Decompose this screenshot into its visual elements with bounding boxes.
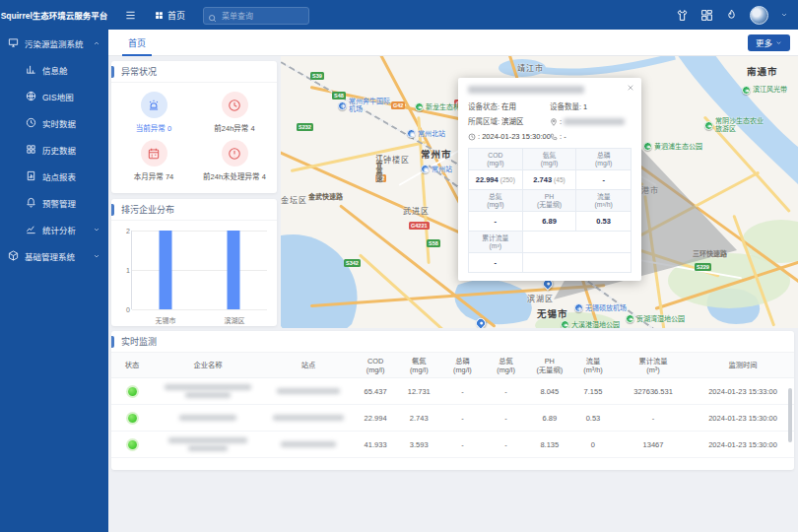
road-badge: S58 <box>427 239 440 247</box>
bar-binhu <box>227 231 239 309</box>
hamburger-menu-icon[interactable] <box>124 10 137 21</box>
road-badge: S342 <box>344 259 361 267</box>
sidebar-item-site-report[interactable]: 站点报表 <box>0 163 108 189</box>
metric-header: 总磷(mg/l) <box>576 149 631 170</box>
phone-icon <box>550 133 558 141</box>
metric-header: 流量(m³/h) <box>576 190 631 212</box>
gridline <box>132 309 267 310</box>
abnormal-status-card: 异常状况 当前异常 0 前24h异常 4 本月异常 74 前24h未处理异常 4 <box>111 61 277 193</box>
search-input[interactable] <box>203 7 309 25</box>
leaf-poi-icon <box>704 121 713 130</box>
map-label-district: 钟楼区 <box>383 154 410 165</box>
airport-poi-icon <box>574 303 583 312</box>
map-label-poi-air: 常州奔牛国际机场 <box>338 98 395 113</box>
gridline <box>132 231 267 232</box>
gridline <box>132 270 267 271</box>
table-row[interactable]: 65.437 12.731 - - 8.045 7.155 327636.531… <box>111 378 794 405</box>
map-label-poi-green: 贡湖湾湿地公园 <box>626 313 685 323</box>
stat-current-abnormal[interactable]: 当前异常 0 <box>113 87 194 135</box>
more-button[interactable]: 更多 <box>748 34 790 51</box>
avatar[interactable] <box>750 6 768 25</box>
table-header: 状态 企业名称 站点 COD(mg/l) 氨氮(mg/l) 总磷(mg/l) 总… <box>111 353 794 378</box>
enterprise-distribution-card: 排污企业分布 2 1 0 无锡市 滨湖区 <box>111 199 277 326</box>
monitor-system-icon <box>8 37 19 48</box>
realtime-monitor-card: 实时监测 状态 企业名称 站点 COD(mg/l) 氨氮(mg/l) 总磷(mg… <box>111 331 794 470</box>
metric-value: 2.743(45) <box>523 170 577 190</box>
sidebar-item-alert-manage[interactable]: 预警管理 <box>0 189 108 216</box>
app-window: Squirrel生态环境云服务平台 污染源监测系统 信息舱 GIS地图 实时数据 <box>0 0 798 532</box>
bar-wuxi <box>160 231 172 309</box>
stat-month-abnormal[interactable]: 本月异常 74 <box>113 135 194 183</box>
map-label-district: 港市 <box>641 184 659 195</box>
road-badge: G4221 <box>409 222 430 230</box>
sidebar-section-pollution-monitor[interactable]: 污染源监测系统 <box>0 30 108 56</box>
map-label-poi-green: 常阴沙生态农业旅游区 <box>704 117 769 133</box>
metric-value: 22.994(250) <box>469 170 523 190</box>
sidebar-item-stats-analysis[interactable]: 统计分析 <box>0 216 108 242</box>
road-badge: S232 <box>297 123 313 131</box>
leaf-poi-icon <box>415 102 424 111</box>
x-label: 无锡市 <box>156 315 176 325</box>
sidebar-item-realtime-data[interactable]: 实时数据 <box>0 109 108 136</box>
sidebar-section-base-manage[interactable]: 基础管理系统 <box>0 242 108 269</box>
map-label-district: 靖江市 <box>517 62 544 73</box>
scrollbar-thumb[interactable] <box>788 388 792 442</box>
train-station-poi-icon <box>421 165 430 173</box>
status-dot-green <box>128 414 137 423</box>
train-station-poi-icon <box>407 129 416 138</box>
gis-map-icon <box>26 91 36 101</box>
stat-24h-unhandled[interactable]: 前24h未处理异常 4 <box>194 135 275 183</box>
y-tick: 0 <box>118 306 130 313</box>
leaf-poi-icon <box>561 320 569 329</box>
base-system-icon <box>8 250 19 261</box>
sidebar-item-info-cabin[interactable]: 信息舱 <box>0 56 108 83</box>
enterprise-name-redacted <box>153 414 263 423</box>
stat-24h-abnormal[interactable]: 前24h异常 4 <box>194 87 275 135</box>
app-logo-text: Squirrel生态环境云服务平台 <box>1 9 108 21</box>
station-name-redacted <box>468 86 632 94</box>
enterprise-name-redacted <box>153 436 263 453</box>
bar-chart: 2 1 0 无锡市 滨湖区 <box>131 227 269 325</box>
clock-icon <box>468 133 476 141</box>
phone: : - <box>550 129 632 144</box>
table-row[interactable]: 22.994 2.743 - - 6.89 0.53 - 2024-01-23 … <box>111 405 794 432</box>
map-label-road: 三环快速路 <box>693 251 727 254</box>
y-tick: 2 <box>118 228 130 234</box>
close-icon[interactable] <box>627 84 634 92</box>
flame-icon[interactable] <box>725 9 738 22</box>
chart-title: 排污企业分布 <box>111 199 277 221</box>
device-status: 设备状态:在用 <box>468 100 550 114</box>
map-label-district: 武进区 <box>403 205 430 216</box>
gis-map[interactable]: 靖江市南通市滨江风光带常阴沙生态农业旅游区黄泗浦生态公园港市常州奔牛国际机场新龙… <box>281 56 798 328</box>
layout-icon[interactable] <box>700 9 713 22</box>
sidebar: Squirrel生态环境云服务平台 污染源监测系统 信息舱 GIS地图 实时数据 <box>0 0 108 532</box>
map-label-city: 常州市 <box>421 147 452 161</box>
road-badge: S39 <box>310 72 324 80</box>
table-row[interactable]: 41.933 3.593 - - 8.135 0 13467 2024-01-2… <box>111 432 794 458</box>
pin-icon <box>550 118 558 126</box>
metric-header: 总氮(mg/l) <box>469 190 523 212</box>
clock-alert-icon <box>222 92 248 118</box>
theme-shirt-icon[interactable] <box>676 9 689 22</box>
map-label-roadv: 江宜高速 <box>373 155 383 182</box>
map-label-poi-air: 无锡硕放机场 <box>574 302 627 312</box>
map-label-city: 南通市 <box>747 64 778 78</box>
sidebar-item-gis-map[interactable]: GIS地图 <box>0 83 108 109</box>
abnormal-status-title: 异常状况 <box>111 61 277 83</box>
chevron-down-icon[interactable] <box>780 11 788 19</box>
empty-cell <box>523 232 631 253</box>
sidebar-item-history-data[interactable]: 历史数据 <box>0 136 108 163</box>
sidebar-nav: 污染源监测系统 信息舱 GIS地图 实时数据 历史数据 站点报表 <box>0 30 108 269</box>
popup-info: 设备状态:在用 设备数量:1 所属区域:滨湖区 : : 2024-01-23 1… <box>468 100 632 144</box>
breadcrumb[interactable]: 首页 <box>155 9 185 22</box>
tab-home[interactable]: 首页 <box>114 30 160 56</box>
dashboard-icon <box>26 64 36 75</box>
y-tick: 1 <box>118 267 130 274</box>
metric-header: 累计流量(m³) <box>469 232 523 253</box>
address-redacted: : <box>550 114 632 129</box>
stat-label: 前24h未处理异常 4 <box>203 170 266 181</box>
metric-header: 氨氮(mg/l) <box>523 149 577 170</box>
header-actions <box>676 6 788 25</box>
enterprise-name-redacted <box>153 383 263 400</box>
chevron-down-icon <box>93 226 100 233</box>
